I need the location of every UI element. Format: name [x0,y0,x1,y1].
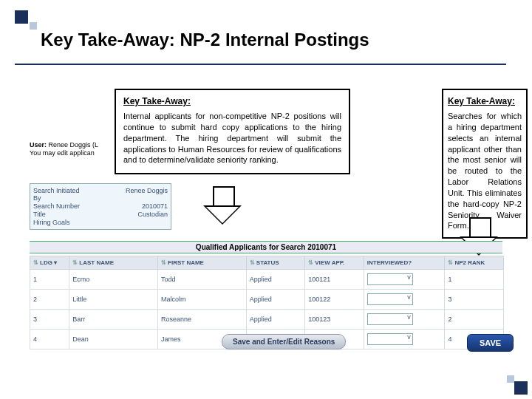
callout-left-body: Internal applicants for non-competitive … [123,111,341,166]
interviewed-select[interactable] [367,313,413,325]
panel-num-label: Search Number [33,202,86,210]
col-ldg[interactable]: LDG ▾ [30,256,69,270]
panel-title-value: Custodian [137,211,168,218]
corner-square-dark-br [514,381,528,395]
qualified-applicants-header: Qualified Applicants for Search 2010071 [30,241,502,253]
callout-right-heading: Key Take-Away: [448,96,522,106]
col-firstname[interactable]: FIRST NAME [158,256,247,270]
table-row: 1 Ecmo Todd Applied 100121 1 [30,270,504,290]
callout-left-heading: Key Take-Away: [123,96,341,106]
corner-square-light [30,22,37,30]
corner-square-dark [15,10,28,24]
save-enter-button[interactable]: Save and Enter/Edit Reasons [222,334,346,349]
corner-square-light-br [507,375,514,383]
panel-goals-label: Hiring Goals [33,219,86,226]
panel-initiated-value: Renee Doggis [126,187,168,202]
user-note: You may edit applican [30,149,163,157]
callout-left: Key Take-Away: Internal applicants for n… [115,89,350,174]
col-interviewed[interactable]: INTERVIEWED? [364,256,445,270]
col-status[interactable]: STATUS [246,256,304,270]
table-row: 3 Barr Roseanne Applied 100123 2 [30,310,504,330]
title-underline [15,64,506,65]
panel-num-value: 2010071 [142,202,168,210]
callout-right: Key Take-Away: Searches for which a hiri… [442,89,528,239]
interviewed-select[interactable] [367,293,413,305]
arrow-down-left [203,186,242,228]
table-row: 2 Little Malcolm Applied 100122 3 [30,290,504,310]
page-title: Key Take-Away: NP-2 Internal Postings [41,30,369,50]
interviewed-select[interactable] [367,333,413,345]
search-info-panel: Search Initiated ByRenee Doggis Search N… [30,183,171,230]
interviewed-select[interactable] [367,273,413,285]
col-lastname[interactable]: LAST NAME [69,256,158,270]
app-background-usertext: User: Renee Doggis (L You may edit appli… [30,140,163,157]
user-label: User: [30,141,47,149]
user-value: Renee Doggis (L [49,141,99,149]
panel-title-label: Title [33,211,86,218]
col-viewapp[interactable]: VIEW APP. [305,256,364,270]
callout-right-body: Searches for which a hiring department s… [448,111,522,231]
col-rank[interactable]: NP2 RANK [445,256,504,270]
panel-initiated-label: Search Initiated By [33,187,86,202]
save-button[interactable]: SAVE [467,334,514,352]
